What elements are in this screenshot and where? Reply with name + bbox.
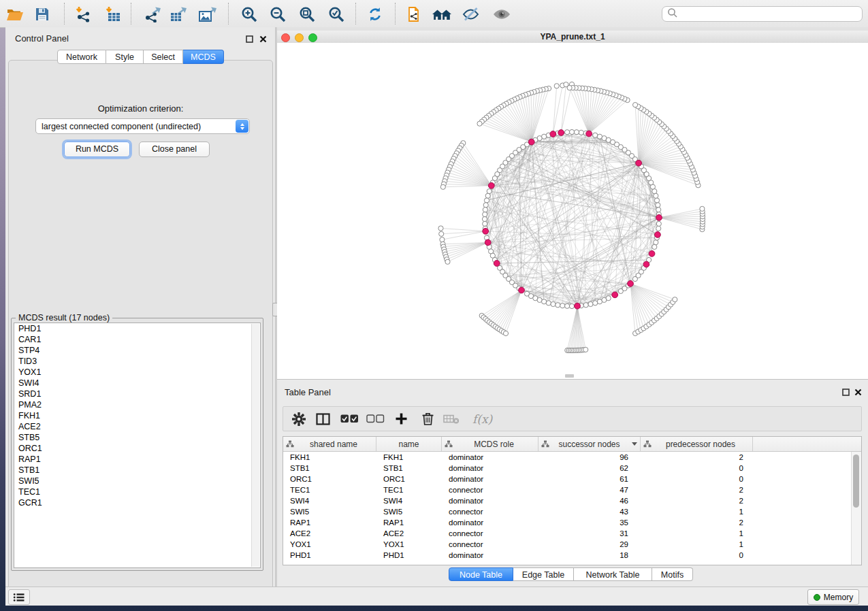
mcds-result-item[interactable]: STB5 bbox=[14, 432, 260, 443]
zoom-fit-icon[interactable] bbox=[298, 5, 316, 23]
table-scrollbar-thumb[interactable] bbox=[853, 455, 859, 508]
select-all-rows-icon[interactable] bbox=[340, 407, 359, 431]
tab-mcds[interactable]: MCDS bbox=[183, 50, 224, 64]
mcds-result-item[interactable]: STB1 bbox=[14, 465, 260, 476]
hide-selected-eye-icon[interactable] bbox=[462, 5, 481, 23]
zoom-in-icon[interactable] bbox=[240, 5, 258, 23]
table-row-TEC1[interactable]: TEC1TEC1connector472 bbox=[283, 484, 852, 495]
mcds-result-item[interactable]: ACE2 bbox=[14, 421, 260, 432]
export-table-icon[interactable] bbox=[170, 5, 189, 23]
cell-predecessors: 2 bbox=[641, 497, 753, 505]
table-row-ORC1[interactable]: ORC1ORC1dominator610 bbox=[283, 474, 852, 484]
toolbar-separator bbox=[64, 3, 65, 24]
tab-style[interactable]: Style bbox=[106, 50, 144, 64]
home-icon[interactable] bbox=[432, 5, 452, 23]
cell-predecessors: 2 bbox=[641, 486, 753, 494]
network-view-canvas[interactable] bbox=[277, 43, 868, 379]
cell-successors: 31 bbox=[539, 529, 641, 538]
network-graph[interactable] bbox=[277, 43, 868, 379]
gear-icon[interactable] bbox=[291, 407, 306, 431]
mcds-result-item[interactable]: FKH1 bbox=[14, 410, 260, 421]
add-column-icon[interactable] bbox=[395, 407, 408, 431]
tab-edge-table[interactable]: Edge Table bbox=[513, 567, 574, 581]
cell-name: RAP1 bbox=[376, 518, 442, 527]
export-image-icon[interactable] bbox=[198, 5, 219, 23]
cell-shared_name: STB1 bbox=[283, 464, 376, 472]
show-all-eye-icon[interactable] bbox=[492, 5, 511, 23]
mcds-result-item[interactable]: TID3 bbox=[14, 356, 260, 367]
column-header-predecessor-nodes[interactable]: predecessor nodes bbox=[641, 437, 753, 451]
deselect-all-rows-icon[interactable] bbox=[366, 407, 385, 431]
list-icon bbox=[13, 593, 25, 602]
delete-column-icon[interactable] bbox=[421, 407, 434, 431]
cell-shared_name: RAP1 bbox=[283, 518, 376, 527]
mcds-result-item[interactable]: YOX1 bbox=[14, 367, 260, 378]
table-panel-tabs: Node TableEdge TableNetwork TableMotifs bbox=[449, 567, 693, 581]
mcds-result-item[interactable]: TEC1 bbox=[14, 486, 260, 497]
mcds-result-list[interactable]: PHD1CAR1STP4TID3YOX1SWI4SRD1PMA2FKH1ACE2… bbox=[14, 323, 261, 568]
import-network-icon[interactable] bbox=[74, 5, 92, 23]
mcds-result-item[interactable]: SWI4 bbox=[14, 378, 260, 389]
mcds-result-item[interactable]: CAR1 bbox=[14, 334, 260, 345]
tab-network[interactable]: Network bbox=[57, 50, 106, 64]
cell-role: connector bbox=[442, 540, 539, 548]
search-icon bbox=[667, 7, 678, 21]
mcds-result-item[interactable]: SRD1 bbox=[14, 389, 260, 399]
cell-successors: 96 bbox=[539, 453, 641, 461]
canvas-splitter-handle[interactable] bbox=[565, 374, 574, 378]
table-panel-title: Table Panel bbox=[285, 387, 331, 397]
table-row-FKH1[interactable]: FKH1FKH1dominator962 bbox=[283, 452, 852, 463]
zoom-selected-icon[interactable] bbox=[327, 5, 345, 23]
dropdown-stepper-icon bbox=[236, 120, 248, 133]
save-session-icon[interactable] bbox=[35, 5, 50, 23]
mcds-result-item[interactable]: PHD1 bbox=[14, 323, 260, 334]
table-row-STB1[interactable]: STB1STB1dominator620 bbox=[283, 463, 852, 474]
close-table-panel-icon[interactable] bbox=[854, 388, 863, 397]
search-input[interactable] bbox=[662, 6, 863, 22]
tab-node-table[interactable]: Node Table bbox=[449, 567, 513, 581]
column-header-name[interactable]: name bbox=[376, 437, 442, 451]
table-row-SWI5[interactable]: SWI5SWI5connector431 bbox=[283, 506, 852, 517]
cell-shared_name: SWI4 bbox=[283, 497, 376, 505]
column-header-successor-nodes[interactable]: successor nodes bbox=[539, 437, 641, 451]
mcds-result-item[interactable]: GCR1 bbox=[14, 497, 260, 508]
close-panel-button[interactable]: Close panel bbox=[139, 142, 210, 157]
table-row-PHD1[interactable]: PHD1PHD1dominator180 bbox=[283, 550, 852, 561]
mcds-result-item[interactable]: PMA2 bbox=[14, 399, 260, 410]
table-row-SWI4[interactable]: SWI4SWI4dominator462 bbox=[283, 495, 852, 506]
show-columns-icon[interactable] bbox=[316, 407, 330, 431]
refresh-icon[interactable] bbox=[367, 5, 383, 23]
table-row-ACE2[interactable]: ACE2ACE2connector311 bbox=[283, 528, 852, 539]
float-panel-icon[interactable] bbox=[245, 35, 254, 44]
memory-button[interactable]: Memory bbox=[807, 589, 859, 605]
mcds-result-item[interactable]: RAP1 bbox=[14, 454, 260, 465]
clone-network-icon[interactable] bbox=[406, 5, 421, 23]
mcds-result-item[interactable]: STP4 bbox=[14, 345, 260, 356]
criterion-dropdown[interactable]: largest connected component (undirected) bbox=[35, 118, 250, 134]
cell-predecessors: 1 bbox=[641, 529, 753, 538]
mcds-result-item[interactable]: ORC1 bbox=[14, 443, 260, 454]
tab-motifs[interactable]: Motifs bbox=[652, 567, 693, 581]
task-history-button[interactable] bbox=[8, 589, 30, 605]
zoom-out-icon[interactable] bbox=[269, 5, 287, 23]
table-row-RAP1[interactable]: RAP1RAP1dominator352 bbox=[283, 517, 852, 528]
main-toolbar bbox=[0, 0, 868, 28]
list-scrollbar[interactable] bbox=[251, 324, 259, 567]
cell-role: dominator bbox=[442, 551, 539, 559]
tab-select[interactable]: Select bbox=[144, 50, 183, 64]
close-panel-icon[interactable] bbox=[259, 35, 268, 44]
cell-name: ORC1 bbox=[376, 475, 442, 483]
column-header-shared-name[interactable]: shared name bbox=[283, 437, 376, 451]
tab-network-table[interactable]: Network Table bbox=[574, 567, 652, 581]
network-window-titlebar[interactable]: YPA_prune.txt_1 bbox=[277, 31, 868, 44]
export-network-icon[interactable] bbox=[144, 5, 163, 23]
import-table-icon[interactable] bbox=[104, 5, 122, 23]
optimization-criterion-label: Optimization criterion: bbox=[5, 103, 276, 114]
run-mcds-button[interactable]: Run MCDS bbox=[64, 142, 130, 157]
open-file-icon[interactable] bbox=[6, 5, 24, 23]
float-table-panel-icon[interactable] bbox=[841, 388, 850, 397]
table-scrollbar[interactable] bbox=[851, 452, 861, 565]
column-header-MCDS-role[interactable]: MCDS role bbox=[442, 437, 539, 451]
table-row-YOX1[interactable]: YOX1YOX1connector291 bbox=[283, 539, 852, 550]
mcds-result-item[interactable]: SWI5 bbox=[14, 476, 260, 486]
